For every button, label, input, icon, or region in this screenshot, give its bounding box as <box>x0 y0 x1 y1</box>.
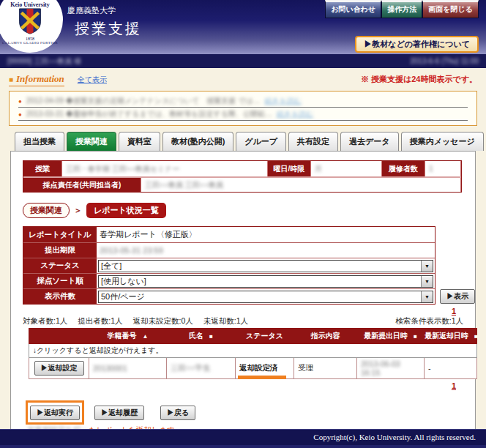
status-select[interactable]: [全て] ▼ <box>98 260 433 272</box>
latest-return-value: - <box>425 358 477 379</box>
close-screen-button[interactable]: 画面を閉じる <box>422 0 479 18</box>
app-title: 授業支援 <box>75 19 142 39</box>
student-name-value: 三田○○学生 <box>171 363 211 372</box>
sort-icon[interactable]: ■ <box>414 333 417 340</box>
unreturned-count: 未返却数:1人 <box>203 316 248 326</box>
enrolled-value: 1 <box>429 165 433 173</box>
deadline-value: 2013-05-31 23:59 <box>100 246 163 255</box>
report-filter-area: レポートタイトル 春学期レポート〈修正版〉 提出期限 2013-05-31 23… <box>23 226 475 305</box>
info-item-link[interactable]: 続きを読む <box>265 96 302 106</box>
class-label: 授業 <box>23 161 61 176</box>
breadcrumb: 授業関連 ＞ レポート状況一覧 <box>23 203 475 218</box>
contact-button[interactable]: お問い合わせ <box>325 0 381 18</box>
class-value: 三田・春学期 三田○○教員セミナー <box>66 164 180 174</box>
header-buttons: お問い合わせ 操作方法 画面を閉じる <box>325 0 479 18</box>
breadcrumb-class-related[interactable]: 授業関連 <box>23 203 70 218</box>
grader-label: 採点責任者(共同担当者) <box>23 178 141 192</box>
return-unset-count: 返却未設定数:0人 <box>133 316 193 326</box>
col-student-id: 学籍番号▲ <box>89 329 167 344</box>
caption-row: ↓クリックすると返却設定が行えます。 <box>29 344 477 358</box>
enrolled-label: 履修者数 <box>382 161 425 176</box>
tab-assigned-classes[interactable]: 担当授業 <box>15 132 64 151</box>
logo-motto-text: CALAMVS GLADIO FORTIOR <box>2 41 58 45</box>
info-item-link[interactable]: 続きを読む <box>277 109 314 119</box>
page-footer: Copyright(c), Keio University. All right… <box>0 429 486 448</box>
dropdown-arrow-icon[interactable]: ▼ <box>421 276 433 287</box>
main-tab-bar: 担当授業 授業関連 資料室 教材(塾内公開) グループ 共有設定 過去データ 授… <box>15 132 486 151</box>
annotation-highlight-box: ▶返却実行 <box>26 400 84 425</box>
university-name: 慶應義塾大学 <box>67 5 116 16</box>
day-period-label: 曜日/時限 <box>268 161 310 176</box>
tab-class-related[interactable]: 授業関連 <box>67 132 116 151</box>
bullet-icon: ● <box>18 98 22 105</box>
info-item-text: 2012-04-09 ◆授業支援の定期メンテナンスについて 授業支援 では… <box>26 96 261 106</box>
sort-order-label: 採点ソート順 <box>23 274 97 288</box>
return-history-button[interactable]: ▶返却履歴 <box>94 406 144 420</box>
status-label: ステータス <box>23 258 97 273</box>
display-count-label: 表示件数 <box>23 289 97 304</box>
target-count: 対象者数:1人 <box>23 316 67 326</box>
day-period-value: 月 <box>315 164 322 174</box>
tab-materials-room[interactable]: 資料室 <box>119 132 160 151</box>
report-title-label: レポートタイトル <box>23 227 97 242</box>
sort-icon[interactable]: ■ <box>474 333 478 340</box>
breadcrumb-report-status: レポート状況一覧 <box>86 203 166 218</box>
tab-past-data[interactable]: 過去データ <box>340 132 399 151</box>
student-id-value: 20130001 <box>93 364 127 373</box>
col-instruction: 指示内容 <box>294 329 357 344</box>
chevron-right-icon: ＞ <box>74 205 82 216</box>
deadline-label: 提出期限 <box>23 243 97 258</box>
grader-value: 三田○○教員 三田○○教員 <box>145 180 223 190</box>
tab-teaching-materials[interactable]: 教材(塾内公開) <box>162 132 233 151</box>
return-setting-button[interactable]: ▶返却設定 <box>34 361 84 376</box>
information-box: ● 2012-04-09 ◆授業支援の定期メンテナンスについて 授業支援 では…… <box>9 91 477 126</box>
display-count-select[interactable]: 50件/ページ ▼ <box>98 291 433 303</box>
page-number-link[interactable]: 1 <box>452 381 456 390</box>
submitted-count: 提出者数:1人 <box>78 316 122 326</box>
keio-logo: Keio University 1858 CALAMVS GLADIO FORT… <box>0 0 63 53</box>
tab-group[interactable]: グループ <box>236 132 286 151</box>
tab-sharing-settings[interactable]: 共有設定 <box>288 132 338 151</box>
col-status: ステータス <box>236 329 294 344</box>
execute-return-button[interactable]: ▶返却実行 <box>30 406 80 420</box>
materials-copyright-button[interactable]: ▶教材などの著作権について <box>355 36 479 53</box>
class-info-table: 授業 三田・春学期 三田○○教員セミナー 曜日/時限 月 履修者数 1 採点責任… <box>23 160 462 193</box>
table-header-row: 学籍番号▲ 氏名■ ステータス 指示内容 最新提出日時■ 最新返却日時■ <box>29 329 477 344</box>
table-caption: ↓クリックすると返却設定が行えます。 <box>29 344 477 358</box>
return-setting-cell: ▶返却設定 <box>29 358 89 379</box>
col-name: 氏名■ <box>167 329 236 344</box>
list-item: ● 2013-03-31 ◆履修申告が終了するまでは、教材等を設定する際、公開範… <box>18 108 468 121</box>
table-row: ▶返却設定 20130001 三田○○学生 返却設定済 受理 2013-06-0… <box>29 358 477 379</box>
page-number-link[interactable]: 1 <box>452 307 456 316</box>
sort-asc-icon[interactable]: ▲ <box>143 333 149 340</box>
current-datetime: 2013-6-6 (Thu) 11:00 <box>410 57 479 65</box>
action-buttons: ▶返却実行 ▶返却履歴 ▶戻る <box>26 400 475 425</box>
sort-icon[interactable]: ■ <box>209 333 213 340</box>
search-result-count: 検索条件表示数:1人 <box>395 316 463 326</box>
bullet-icon: ● <box>18 111 22 118</box>
sort-order-select[interactable]: [使用しない] ▼ <box>98 275 433 288</box>
back-button[interactable]: ▶戻る <box>160 406 195 420</box>
user-bar: [99999] 三田○○教員 様 2013-6-6 (Thu) 11:00 <box>0 54 486 68</box>
report-status-table: 学籍番号▲ 氏名■ ステータス 指示内容 最新提出日時■ 最新返却日時■ ↓クリ… <box>29 328 477 379</box>
show-all-link[interactable]: 全て表示 <box>78 75 107 85</box>
logo-university-text: Keio University <box>10 1 50 8</box>
dropdown-arrow-icon[interactable]: ▼ <box>421 261 433 272</box>
show-button[interactable]: ▶表示 <box>440 289 475 304</box>
report-filter-table: レポートタイトル 春学期レポート〈修正版〉 提出期限 2013-05-31 23… <box>23 226 435 305</box>
button-column-header <box>29 329 89 344</box>
app-header: Keio University 1858 CALAMVS GLADIO FORT… <box>0 0 486 54</box>
report-title-value: 春学期レポート〈修正版〉 <box>97 227 435 242</box>
list-item: ● 2012-04-09 ◆授業支援の定期メンテナンスについて 授業支援 では…… <box>18 94 468 108</box>
main-panel: 授業 三田・春学期 三田○○教員セミナー 曜日/時限 月 履修者数 1 採点責任… <box>10 151 476 442</box>
help-button[interactable]: 操作方法 <box>381 0 422 18</box>
tab-class-messages[interactable]: 授業内メッセージ <box>401 132 484 151</box>
col-latest-submit: 最新提出日時■ <box>357 329 425 344</box>
status-value: 返却設定済 <box>236 358 294 379</box>
keio-emblem-icon <box>18 8 42 37</box>
dropdown-arrow-icon[interactable]: ▼ <box>421 291 433 302</box>
instruction-value: 受理 <box>294 358 357 379</box>
copyright-text: Copyright(c), Keio University. All right… <box>313 433 476 441</box>
summary-stats: 対象者数:1人 提出者数:1人 返却未設定数:0人 未返却数:1人 検索条件表示… <box>23 316 463 326</box>
24h-notice: ※ 授業支援は24時間表示です。 <box>361 74 477 85</box>
